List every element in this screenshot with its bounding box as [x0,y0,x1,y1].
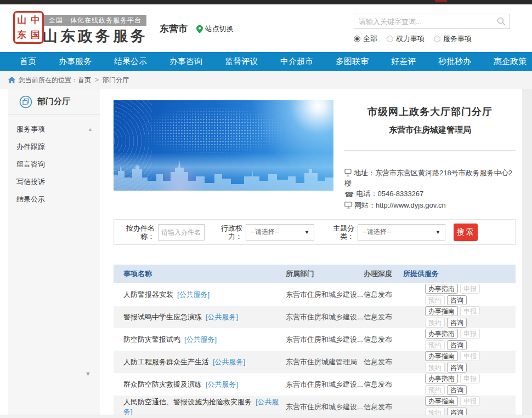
guide-button[interactable]: 办事指南 [425,351,458,361]
hall-banner-image [114,100,333,191]
radio-label: 全部 [363,34,377,44]
service-action-buttons: 办事指南申报预约咨询 [425,351,488,373]
consult-button[interactable]: 咨询 [447,295,467,305]
sidebar-item[interactable]: 写信投诉 [8,173,100,191]
sidebar-item[interactable]: 服务事项 ▲ [8,121,100,138]
col-header-department: 所属部门 [286,269,364,279]
chevron-up-icon: ▲ [88,121,93,138]
item-name-input[interactable] [158,224,205,241]
nav-item[interactable]: 监督评议 [225,56,258,67]
search-icon[interactable] [497,17,506,26]
item-name-label: 按办件名称： [124,224,155,241]
service-item-depth: 信息发布 [364,402,403,412]
sidebar-item[interactable]: 留言咨询 [8,156,100,173]
col-header-services: 所提供服务 [403,269,516,279]
service-action-buttons: 办事指南申报预约咨询 [425,284,488,305]
reserve-button: 预约 [425,340,445,350]
consult-button[interactable]: 咨询 [447,340,467,350]
service-item-depth: 信息发布 [364,335,403,345]
guide-button[interactable]: 办事指南 [425,374,458,383]
service-item-department: 东营市住房和城乡建设... [286,312,364,322]
table-row: 警报试鸣中学生应急演练[公共服务] 东营市住房和城乡建设... 信息发布 办事指… [114,306,516,328]
sidebar-item[interactable]: 办件跟踪 [8,138,100,156]
breadcrumb-home-link[interactable]: 首页 [78,76,91,85]
sidebar-item-label: 写信投诉 [16,177,45,186]
public-service-tag-link[interactable]: [公共服务] [184,335,217,343]
nav-item[interactable]: 中介超市 [280,56,313,67]
table-row: 群众防空防灾救援及演练[公共服务] 东营市住房和城乡建设... 信息发布 办事指… [114,373,516,396]
service-item-name: 人防警报器安装 [123,290,173,299]
consult-button[interactable]: 咨询 [447,385,467,395]
nav-item[interactable]: 首页 [20,56,36,67]
current-city: 东营市 [160,22,188,35]
table-row: 人防工程服务群众生产生活[公共服务] 东营市住房城建管理局 信息发布 办事指南申… [114,351,516,373]
browser-topbar [0,0,532,4]
service-item-depth: 信息发布 [364,380,403,390]
guide-button[interactable]: 办事指南 [425,329,458,339]
reserve-button: 预约 [425,295,445,305]
public-service-tag-link[interactable]: [公共服务] [206,313,238,321]
public-service-tag-link[interactable]: [公共服务] [177,290,210,299]
table-header-row: 事项名称 所属部门 办理深度 所提供服务 [114,265,516,283]
sidebar-item-label: 办件跟踪 [16,142,45,151]
table-row: 人防警报器安装[公共服务] 东营市住房和城乡建设... 信息发布 办事指南申报预… [114,283,516,306]
radio-icon[interactable] [354,36,360,42]
admin-power-select[interactable]: --请选择-- ▼ [246,224,314,241]
public-service-tag-link[interactable]: [公共服务] [206,380,238,388]
service-item-name: 人防工程服务群众生产生活 [123,358,209,366]
page: 山中东国 全国一体化在线政务服务平台 山东政务服务 东营市 站点切换 全部 权力… [0,0,532,418]
reserve-button: 预约 [425,408,445,415]
seal-character: 山 [15,13,29,27]
nav-item[interactable]: 办事服务 [59,56,92,67]
topbar-accent [435,0,447,2]
guide-button[interactable]: 办事指南 [425,396,458,406]
keyword-search-input[interactable] [354,18,497,26]
declare-button: 申报 [460,284,480,294]
consult-button[interactable]: 咨询 [447,408,467,415]
radio-icon[interactable] [434,36,440,42]
nav-item[interactable]: 好差评 [391,56,416,67]
nav-item[interactable]: 秒批秒办 [438,56,471,67]
guide-button[interactable]: 办事指南 [425,306,458,316]
service-item-name: 警报试鸣中学生应急演练 [123,313,202,321]
site-switch-label: 站点切换 [205,24,234,34]
nav-item[interactable]: 惠企政策 [494,56,527,67]
service-item-depth: 信息发布 [364,290,403,300]
consult-button[interactable]: 咨询 [447,363,467,373]
website-line: 网站：http://www.dyjs.gov.cn [344,200,516,210]
service-items-table: 事项名称 所属部门 办理深度 所提供服务 人防警报器安装[公共服务] 东营市住房… [114,265,516,415]
seal-character: 东 [15,27,29,42]
service-item-department: 东营市住房和城乡建设... [286,380,364,390]
website-monitor-icon [344,202,352,209]
banner-world-map-dots [142,107,283,154]
sidebar-item-label: 服务事项 [16,125,45,133]
platform-badge: 全国一体化在线政务服务平台 [44,15,146,26]
consult-button[interactable]: 咨询 [447,318,467,328]
public-service-tag-link[interactable]: [公共服务] [213,358,245,366]
service-item-name: 防空防灾警报试鸣 [123,335,180,343]
page-right-gutter [522,89,532,418]
sidebar-item[interactable]: 结果公示 [8,191,100,208]
service-action-buttons: 办事指南申报预约咨询 [425,306,488,328]
service-action-buttons: 办事指南申报预约咨询 [425,374,488,395]
col-header-depth: 办理深度 [364,269,403,279]
service-item-department: 东营市住房和城乡建设... [286,290,364,300]
search-scope-option[interactable]: 全部 [354,34,377,44]
nav-item[interactable]: 办事咨询 [169,56,202,67]
declare-button: 申报 [460,306,480,316]
search-scope-option[interactable]: 服务事项 [434,34,472,44]
topic-category-select[interactable]: --请选择-- ▼ [358,224,445,241]
nav-item[interactable]: 结果公示 [114,56,147,67]
sidebar-scroll-down-icon[interactable]: ▼ [85,370,91,377]
chevron-down-icon: ▼ [304,230,309,235]
nav-item[interactable]: 多图联审 [336,56,369,67]
breadcrumb-prefix: 您当前所在的位置： [19,76,78,85]
radio-icon[interactable] [387,36,393,42]
search-scope-option[interactable]: 权力事项 [387,34,425,44]
address-line: 地址：东营市东营区黄河路218号市政务服务中心2楼 [344,168,516,188]
site-switch-button[interactable]: 站点切换 [196,24,234,34]
guide-button[interactable]: 办事指南 [425,284,458,294]
main-nav: 首页办事服务结果公示办事咨询监督评议中介超市多图联审好差评秒批秒办惠企政策 [0,52,532,71]
filter-search-button[interactable]: 搜索 [454,224,478,241]
declare-button: 申报 [460,374,480,383]
